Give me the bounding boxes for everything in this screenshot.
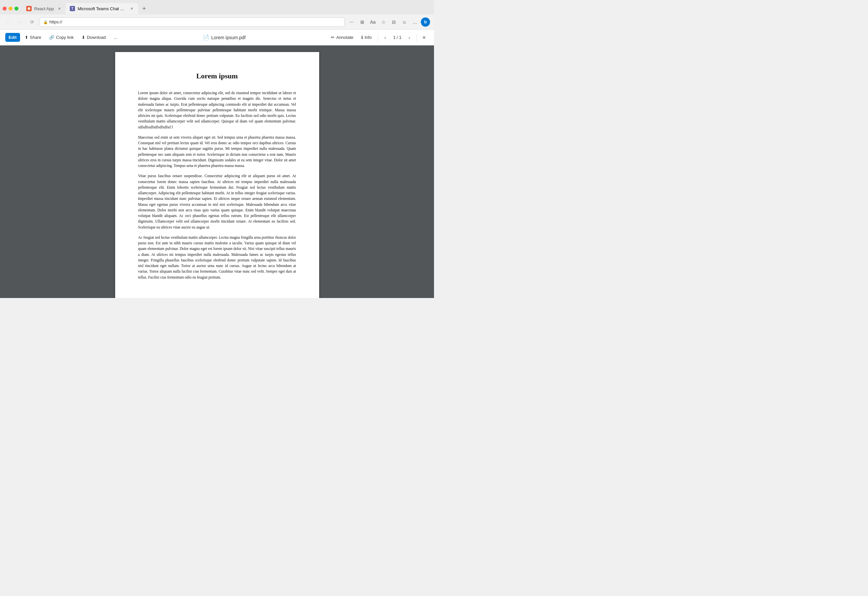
svg-point-0 <box>29 8 30 9</box>
toolbar-divider-2 <box>416 34 417 41</box>
back-button[interactable]: ← <box>4 18 13 27</box>
annotate-button[interactable]: ✏ Annotate <box>328 33 357 42</box>
file-name: Lorem ipsum.pdf <box>211 35 245 40</box>
forward-button[interactable]: → <box>16 18 25 27</box>
tab-teams[interactable]: T Microsoft Teams Chat Files - C... ✕ <box>66 3 138 14</box>
new-tab-button[interactable]: + <box>140 4 149 13</box>
close-window-button[interactable] <box>3 7 7 10</box>
toolbar-center: 📄 Lorem ipsum.pdf <box>122 34 326 40</box>
link-icon: 🔗 <box>49 35 54 40</box>
pdf-paragraph-3: Vitae purus faucibus ornare suspendisse.… <box>138 173 296 230</box>
pdf-viewer[interactable]: Lorem ipsum Lorem ipsum dolor sit amet, … <box>0 46 434 298</box>
address-input[interactable]: 🔒 https:// <box>40 18 344 27</box>
tab-groups-button[interactable]: ⊞ <box>358 18 367 27</box>
copy-link-button[interactable]: 🔗 Copy link <box>46 33 77 42</box>
tab-react-app[interactable]: React App ✕ <box>22 3 66 14</box>
copy-link-label: Copy link <box>56 35 73 40</box>
tab-bar: React App ✕ T Microsoft Teams Chat Files… <box>0 0 434 15</box>
pdf-paragraph-1: Lorem ipsum dolor sit amet, consectetur … <box>138 90 296 130</box>
pdf-toolbar: Edit ⬆ Share 🔗 Copy link ⬇ Download ... … <box>0 30 434 46</box>
bing-button[interactable]: b <box>421 18 430 27</box>
toolbar-divider-1 <box>378 34 378 41</box>
traffic-lights <box>3 7 18 10</box>
browser-actions: ⋯ ⊞ Aa ☆ ⊟ ☺ … b <box>347 18 430 27</box>
share-button[interactable]: ⬆ Share <box>21 33 45 42</box>
tab-react-close[interactable]: ✕ <box>57 6 62 11</box>
toolbar-right: ✏ Annotate ℹ Info ‹ 1 / 1 › ✕ <box>328 33 429 42</box>
share-label: Share <box>30 35 41 40</box>
address-bar: ← → ⟳ 🔒 https:// ⋯ ⊞ Aa ☆ ⊟ ☺ … b <box>0 15 434 30</box>
extensions-button[interactable]: ⋯ <box>347 18 356 27</box>
more-icon: ... <box>114 35 118 40</box>
pdf-paragraph-4: Ac feugiat sed lectus vestibulum mattis … <box>138 235 296 280</box>
minimize-window-button[interactable] <box>9 7 12 10</box>
download-icon: ⬇ <box>81 35 85 40</box>
download-button[interactable]: ⬇ Download <box>78 33 109 42</box>
reader-mode-button[interactable]: Aa <box>368 18 377 27</box>
pdf-title: Lorem ipsum <box>138 72 296 80</box>
annotate-label: Annotate <box>336 35 353 40</box>
next-page-button[interactable]: › <box>405 33 414 42</box>
page-navigation: ‹ 1 / 1 › <box>381 33 414 42</box>
prev-page-button[interactable]: ‹ <box>381 33 390 42</box>
pdf-body: Lorem ipsum dolor sit amet, consectetur … <box>138 90 296 280</box>
tab-teams-close[interactable]: ✕ <box>129 6 134 11</box>
favorites-button[interactable]: ☆ <box>379 18 388 27</box>
sidebar-button[interactable]: ⊟ <box>389 18 399 27</box>
browser-window: React App ✕ T Microsoft Teams Chat Files… <box>0 0 434 298</box>
tab-teams-label: Microsoft Teams Chat Files - C... <box>78 6 126 11</box>
more-options-button[interactable]: … <box>410 18 419 27</box>
react-icon <box>27 7 31 10</box>
annotate-icon: ✏ <box>331 35 335 40</box>
page-count: 1 / 1 <box>391 35 403 40</box>
share-icon: ⬆ <box>25 35 28 40</box>
download-label: Download <box>87 35 106 40</box>
url-display: https:// <box>49 19 62 24</box>
maximize-window-button[interactable] <box>15 7 18 10</box>
pdf-page: Lorem ipsum Lorem ipsum dolor sit amet, … <box>115 52 319 298</box>
info-icon: ℹ <box>361 35 363 40</box>
info-label: Info <box>365 35 372 40</box>
close-viewer-button[interactable]: ✕ <box>419 33 429 42</box>
pdf-paragraph-2: Maecenas sed enim ut sem viverra aliquet… <box>138 135 296 169</box>
edit-button[interactable]: Edit <box>5 33 20 42</box>
info-button[interactable]: ℹ Info <box>358 33 375 42</box>
refresh-button[interactable]: ⟳ <box>28 18 37 27</box>
more-actions-button[interactable]: ... <box>111 33 121 42</box>
tab-react-label: React App <box>34 6 54 11</box>
profile-button[interactable]: ☺ <box>400 18 409 27</box>
